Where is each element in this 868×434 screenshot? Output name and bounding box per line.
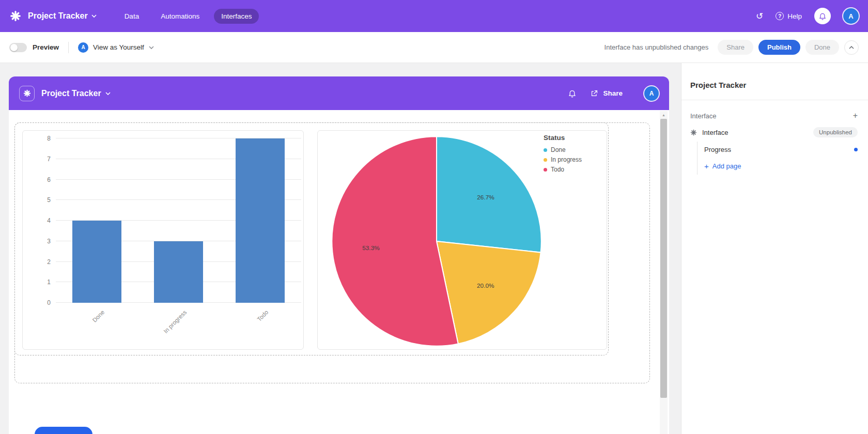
done-button[interactable]: Done [805, 40, 839, 55]
legend-item: Done [544, 146, 582, 153]
top-nav-right: ↺ ? Help A [756, 8, 859, 24]
tab-data[interactable]: Data [117, 9, 147, 24]
interface-header-right: Share A [568, 86, 659, 101]
publish-button[interactable]: Publish [758, 40, 800, 55]
legend-dot-icon [544, 168, 547, 172]
y-tick-label: 4 [35, 217, 51, 224]
chevron-down-icon [149, 46, 154, 49]
share-icon [590, 89, 599, 98]
question-icon: ? [776, 12, 784, 20]
unpublished-badge: Unpublished [813, 127, 858, 137]
pinwheel-icon [690, 129, 697, 136]
bell-icon[interactable] [568, 89, 577, 98]
tab-interfaces[interactable]: Interfaces [214, 9, 259, 24]
item-label: Interface [702, 129, 729, 136]
pie-percent-label: 20.0% [477, 282, 494, 289]
bar-in-progress [154, 241, 203, 303]
bell-icon [818, 12, 827, 20]
view-as-selector[interactable]: A View as Yourself [78, 42, 154, 53]
app-logo-pinwheel-icon [9, 10, 22, 22]
section-label: Interface [690, 112, 717, 120]
item-label: Progress [704, 146, 731, 153]
share-label: Share [603, 89, 623, 97]
chevron-down-icon [91, 14, 97, 18]
legend-title: Status [544, 134, 582, 142]
sidebar-item-interface[interactable]: Interface Unpublished [681, 123, 868, 142]
y-tick-label: 8 [35, 135, 51, 142]
legend-items: DoneIn progressTodo [544, 146, 582, 173]
bar-done [72, 221, 121, 303]
add-page-button[interactable]: + Add page [698, 158, 868, 175]
preview-toolbar: Preview A View as Yourself Interface has… [0, 32, 868, 63]
chevron-up-icon [849, 46, 854, 49]
notifications-button[interactable] [814, 8, 831, 24]
app-title-menu[interactable]: Project Tracker [28, 11, 97, 21]
legend-label: In progress [551, 156, 582, 163]
scrollbar-thumb[interactable] [660, 119, 667, 398]
app-title: Project Tracker [28, 11, 88, 21]
tab-automations[interactable]: Automations [153, 9, 207, 24]
unpublished-status-text: Interface has unpublished changes [605, 43, 709, 51]
page-tree: Progress + Add page [697, 142, 868, 175]
bar-plot: 012345678DoneIn progressTodo [56, 138, 301, 303]
view-as-avatar: A [78, 42, 88, 53]
pie-chart-element[interactable]: 26.7%20.0%53.3% Status DoneIn progressTo… [317, 130, 607, 350]
pie-svg: 26.7%20.0%53.3% [328, 133, 545, 350]
interface-logo-button[interactable] [19, 86, 35, 101]
collapse-toolbar-button[interactable] [844, 40, 859, 55]
interface-title-menu[interactable]: Project Tracker [41, 89, 111, 98]
panel-title: Project Tracker [681, 63, 868, 100]
interface-canvas: Project Tracker Share A 012345678DoneIn … [9, 76, 669, 434]
y-tick-label: 0 [35, 299, 51, 306]
chevron-down-icon [105, 92, 111, 95]
y-tick-label: 1 [35, 278, 51, 286]
interface-section-header: Interface + [681, 100, 868, 123]
help-button[interactable]: ? Help [776, 12, 802, 20]
scroll-up-arrow[interactable]: ▲ [660, 111, 668, 118]
top-nav-bar: Project Tracker Data Automations Interfa… [0, 0, 868, 32]
y-tick-label: 2 [35, 258, 51, 266]
add-page-label: Add page [712, 162, 741, 170]
view-as-label: View as Yourself [93, 43, 144, 51]
plus-icon: + [704, 162, 709, 171]
pie-percent-label: 53.3% [362, 244, 380, 252]
interface-title: Project Tracker [41, 89, 101, 98]
toolbar-divider [68, 42, 69, 53]
add-element-button-partial[interactable] [35, 427, 92, 434]
bar-chart-element[interactable]: 012345678DoneIn progressTodo [22, 130, 304, 350]
y-tick-label: 3 [35, 238, 51, 245]
legend-label: Todo [551, 166, 564, 173]
y-tick-label: 7 [35, 156, 51, 163]
add-interface-button[interactable]: + [853, 112, 858, 120]
interface-header: Project Tracker Share A [9, 76, 669, 110]
legend-dot-icon [544, 148, 547, 152]
main-nav-tabs: Data Automations Interfaces [117, 9, 259, 24]
y-tick-label: 5 [35, 196, 51, 204]
preview-label: Preview [33, 43, 59, 51]
pie-legend: Status DoneIn progressTodo [544, 134, 582, 176]
history-icon[interactable]: ↺ [756, 12, 763, 21]
notification-dot [854, 148, 858, 151]
user-avatar[interactable]: A [843, 8, 859, 24]
sidebar-item-progress[interactable]: Progress [698, 142, 868, 158]
legend-dot-icon [544, 158, 547, 162]
pinwheel-icon [23, 89, 31, 97]
y-tick-label: 6 [35, 176, 51, 183]
legend-item: In progress [544, 156, 582, 163]
interface-share-button[interactable]: Share [590, 89, 623, 98]
preview-toggle[interactable] [9, 43, 27, 52]
legend-item: Todo [544, 166, 582, 173]
pie-percent-label: 26.7% [477, 194, 494, 201]
bar-todo [236, 138, 285, 303]
toggle-knob [10, 44, 18, 51]
right-panel: Project Tracker Interface + Interface Un… [681, 63, 868, 434]
share-button[interactable]: Share [718, 40, 753, 55]
toolbar-right: Interface has unpublished changes Share … [605, 40, 859, 55]
interface-avatar[interactable]: A [644, 86, 659, 101]
legend-label: Done [551, 146, 566, 153]
canvas-scrollbar: ▲ [660, 111, 668, 434]
help-label: Help [787, 12, 802, 20]
